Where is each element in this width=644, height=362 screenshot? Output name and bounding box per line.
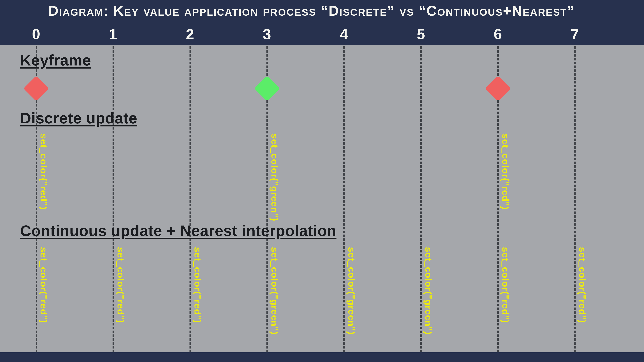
continuous-call-2: set_color("red") bbox=[192, 247, 203, 323]
tick-0: 0 bbox=[32, 26, 40, 43]
tick-4: 4 bbox=[340, 26, 348, 43]
heading-continuous: Continuous update + Nearest interpolatio… bbox=[20, 222, 336, 240]
keyframe-diamond-1 bbox=[254, 76, 280, 101]
heading-discrete: Discrete update bbox=[20, 109, 137, 127]
diagram-root: Diagram: Key value application process “… bbox=[0, 0, 644, 362]
tick-6: 6 bbox=[494, 26, 502, 43]
continuous-call-3: set_color("green") bbox=[269, 247, 280, 335]
discrete-call-0: set_color("red") bbox=[38, 134, 49, 210]
continuous-call-1: set_color("red") bbox=[116, 247, 126, 323]
keyframe-diamond-0 bbox=[24, 76, 49, 101]
keyframe-diamond-2 bbox=[485, 76, 511, 101]
gridline-7 bbox=[574, 46, 576, 352]
tick-3: 3 bbox=[263, 26, 271, 43]
continuous-call-0: set_color("red") bbox=[38, 247, 49, 323]
continuous-call-6: set_color("red") bbox=[500, 247, 511, 323]
diagram-title: Diagram: Key value application process “… bbox=[38, 2, 585, 19]
continuous-call-4: set_color("green") bbox=[346, 247, 357, 335]
tick-7: 7 bbox=[570, 26, 579, 43]
gridline-1 bbox=[112, 46, 114, 352]
gridline-2 bbox=[190, 46, 191, 352]
footer-band bbox=[0, 352, 644, 362]
continuous-call-7: set_color("red") bbox=[577, 247, 588, 323]
tick-2: 2 bbox=[186, 26, 194, 43]
tick-5: 5 bbox=[417, 26, 425, 43]
discrete-call-2: set_color("red") bbox=[500, 134, 511, 210]
continuous-call-5: set_color("green") bbox=[423, 247, 434, 335]
heading-keyframe: Keyframe bbox=[20, 51, 91, 69]
gridline-5 bbox=[420, 46, 422, 352]
gridline-4 bbox=[344, 46, 345, 352]
discrete-call-1: set_color("green") bbox=[269, 134, 280, 221]
tick-1: 1 bbox=[109, 26, 117, 43]
